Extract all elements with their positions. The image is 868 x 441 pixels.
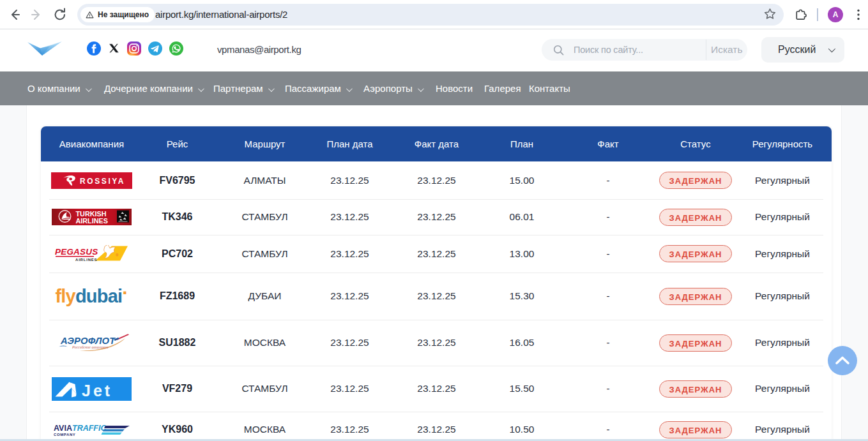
svg-text:АЭРОФЛОТ: АЭРОФЛОТ — [60, 336, 116, 346]
svg-text:AIRLINES: AIRLINES — [76, 217, 108, 225]
svg-text:AVIA: AVIA — [54, 424, 72, 433]
svg-text:COMPANY: COMPANY — [54, 433, 75, 437]
svg-text:AIRLINES: AIRLINES — [75, 258, 97, 262]
svg-text:ROSSIYA: ROSSIYA — [80, 176, 125, 185]
svg-text:PEGASUS: PEGASUS — [55, 247, 98, 257]
svg-text:Российские авиалинии: Российские авиалинии — [72, 345, 109, 349]
svg-text:TRAFFIC: TRAFFIC — [72, 424, 107, 433]
svg-text:Jet: Jet — [82, 381, 112, 399]
